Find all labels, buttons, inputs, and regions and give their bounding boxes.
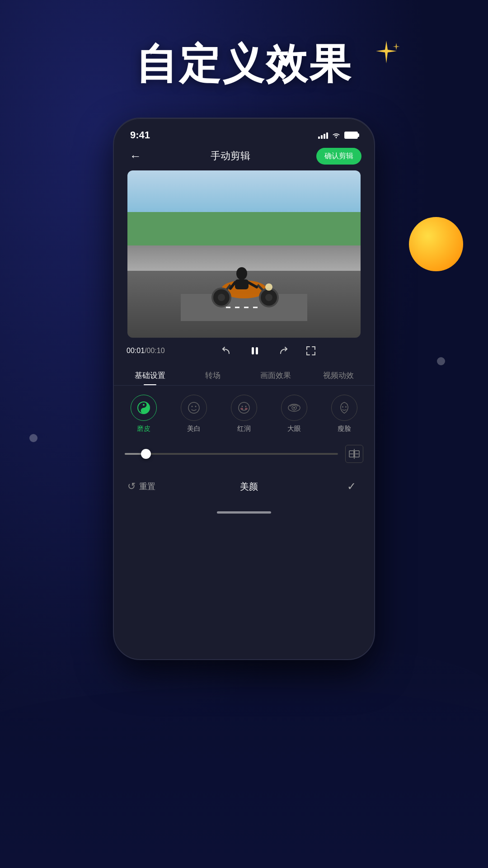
svg-point-22 bbox=[239, 402, 249, 413]
video-preview[interactable] bbox=[127, 170, 361, 338]
tab-bar: 基础设置 转场 画面效果 视频动效 bbox=[114, 364, 374, 386]
back-arrow-icon: ← bbox=[130, 149, 141, 163]
playback-buttons bbox=[176, 344, 361, 358]
pause-button[interactable] bbox=[248, 344, 262, 358]
phone-shell: 9:41 ← 手动剪辑 bbox=[113, 118, 375, 660]
svg-point-29 bbox=[293, 407, 295, 409]
confirm-button[interactable]: ✓ bbox=[343, 477, 361, 495]
phone-mockup: 9:41 ← 手动剪辑 bbox=[113, 118, 375, 660]
beauty-tools-row: 磨皮 美白 bbox=[114, 386, 374, 438]
bg-wave2 bbox=[0, 687, 488, 868]
reset-button[interactable]: ↺ 重置 bbox=[127, 481, 155, 492]
svg-point-17 bbox=[143, 404, 145, 406]
playback-controls-bar: 00:01/00:10 bbox=[114, 338, 374, 364]
svg-point-26 bbox=[245, 408, 248, 410]
time-display: 00:01/00:10 bbox=[127, 347, 176, 355]
undo-button[interactable] bbox=[220, 344, 234, 358]
reset-label: 重置 bbox=[139, 481, 155, 492]
slider-section bbox=[114, 438, 374, 470]
signal-icon bbox=[318, 132, 328, 139]
beauty-section-title: 美颜 bbox=[240, 481, 258, 493]
slim-face-icon bbox=[331, 395, 357, 421]
compare-button[interactable] bbox=[345, 445, 363, 463]
slider-track[interactable] bbox=[125, 453, 338, 455]
svg-point-13 bbox=[265, 283, 272, 291]
tool-skin-smooth[interactable]: 磨皮 bbox=[123, 395, 164, 433]
redo-button[interactable] bbox=[276, 344, 290, 358]
slim-face-label: 瘦脸 bbox=[338, 425, 351, 433]
svg-rect-10 bbox=[235, 279, 249, 289]
confirm-edit-button[interactable]: 确认剪辑 bbox=[316, 148, 361, 165]
slim-icon bbox=[338, 401, 351, 415]
fullscreen-icon bbox=[305, 345, 317, 357]
big-eyes-label: 大眼 bbox=[287, 425, 301, 433]
current-time: 00:01 bbox=[127, 347, 145, 354]
svg-rect-15 bbox=[256, 347, 258, 354]
big-eyes-icon bbox=[281, 395, 307, 421]
svg-point-8 bbox=[265, 294, 272, 301]
svg-point-30 bbox=[342, 406, 343, 408]
svg-point-25 bbox=[240, 408, 243, 410]
action-bar: ↺ 重置 美颜 ✓ bbox=[114, 470, 374, 505]
tool-big-eyes[interactable]: 大眼 bbox=[274, 395, 314, 433]
sparkle-decoration bbox=[373, 38, 400, 67]
svg-point-23 bbox=[241, 406, 243, 407]
tool-ruddy[interactable]: 红润 bbox=[224, 395, 264, 433]
whitening-icon bbox=[181, 395, 207, 421]
skin-smooth-label: 磨皮 bbox=[137, 425, 150, 433]
status-time: 9:41 bbox=[130, 129, 150, 141]
orange-decoration bbox=[409, 217, 463, 271]
nav-title: 手动剪辑 bbox=[211, 149, 250, 163]
yin-yang-icon bbox=[137, 401, 150, 415]
svg-point-19 bbox=[188, 402, 199, 413]
tab-screen-effect[interactable]: 画面效果 bbox=[244, 364, 307, 385]
wifi-icon bbox=[332, 132, 341, 139]
back-button[interactable]: ← bbox=[127, 147, 145, 165]
battery-icon bbox=[344, 132, 358, 139]
whitening-label: 美白 bbox=[187, 425, 201, 433]
tab-transition[interactable]: 转场 bbox=[181, 364, 244, 385]
status-icons bbox=[318, 132, 358, 139]
svg-point-21 bbox=[195, 406, 196, 407]
pause-icon bbox=[249, 344, 261, 357]
status-bar: 9:41 bbox=[114, 118, 374, 143]
page-title: 自定义效果 bbox=[0, 36, 488, 92]
dot-decoration-2 bbox=[437, 357, 445, 365]
svg-point-20 bbox=[191, 406, 192, 407]
home-bar bbox=[217, 511, 271, 514]
confirm-btn-label: 确认剪辑 bbox=[324, 152, 353, 160]
home-indicator bbox=[114, 505, 374, 520]
reset-icon: ↺ bbox=[127, 481, 136, 492]
sparkle-icon bbox=[373, 38, 400, 66]
svg-point-31 bbox=[345, 406, 347, 408]
ruddy-label: 红润 bbox=[237, 425, 251, 433]
svg-rect-14 bbox=[252, 347, 254, 354]
svg-point-9 bbox=[236, 267, 247, 280]
tool-slim-face[interactable]: 瘦脸 bbox=[324, 395, 365, 433]
redo-icon bbox=[277, 345, 289, 357]
eye-icon bbox=[287, 401, 301, 415]
motorcycle-illustration bbox=[181, 231, 307, 321]
face-icon bbox=[187, 401, 201, 415]
tool-whitening[interactable]: 美白 bbox=[174, 395, 214, 433]
fullscreen-button[interactable] bbox=[304, 344, 318, 358]
video-frame bbox=[127, 170, 361, 338]
total-time: 00:10 bbox=[147, 347, 165, 354]
header-section: 自定义效果 bbox=[0, 36, 488, 92]
nav-bar: ← 手动剪辑 确认剪辑 bbox=[114, 143, 374, 170]
svg-point-24 bbox=[245, 406, 246, 407]
dot-decoration-1 bbox=[29, 434, 38, 442]
check-icon: ✓ bbox=[347, 480, 356, 493]
ruddy-icon bbox=[231, 395, 257, 421]
tab-video-effect[interactable]: 视频动效 bbox=[307, 364, 370, 385]
svg-point-6 bbox=[218, 294, 225, 301]
tab-basic-settings[interactable]: 基础设置 bbox=[118, 364, 181, 385]
ruddy-face-icon bbox=[237, 401, 251, 415]
undo-icon bbox=[221, 345, 233, 357]
slider-thumb[interactable] bbox=[141, 449, 151, 459]
skin-smooth-icon bbox=[131, 395, 157, 421]
